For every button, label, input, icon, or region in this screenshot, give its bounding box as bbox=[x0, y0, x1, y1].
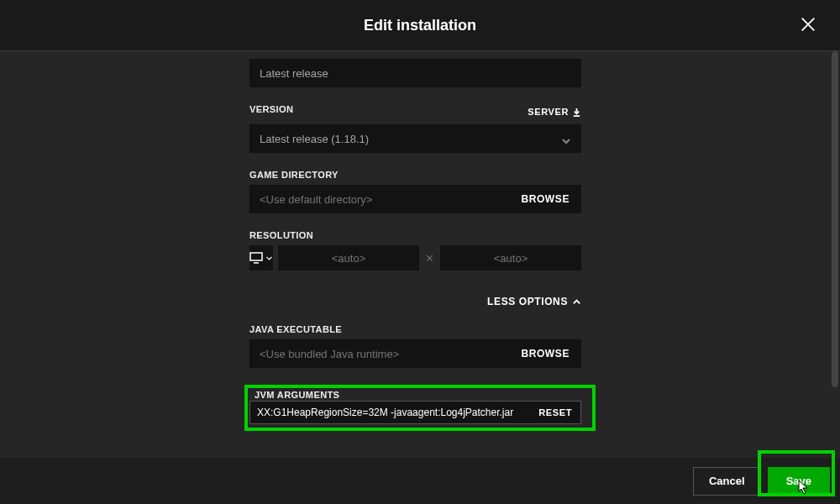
jvm-arguments-row: RESET bbox=[249, 401, 581, 424]
resolution-width-input[interactable] bbox=[278, 245, 419, 270]
less-options-label: LESS OPTIONS bbox=[487, 296, 568, 307]
cancel-button[interactable]: Cancel bbox=[693, 467, 761, 496]
close-icon bbox=[799, 15, 817, 34]
name-section bbox=[249, 59, 581, 87]
game-directory-input[interactable] bbox=[249, 185, 509, 213]
close-button[interactable] bbox=[799, 15, 819, 35]
game-directory-section: GAME DIRECTORY BROWSE bbox=[249, 170, 581, 213]
chevron-up-icon bbox=[572, 297, 581, 307]
resolution-separator: ✕ bbox=[424, 252, 435, 265]
reset-button[interactable]: RESET bbox=[530, 402, 580, 423]
edit-installation-modal: Edit installation VERSION SERVER bbox=[0, 0, 840, 504]
resolution-height-input[interactable] bbox=[440, 245, 581, 270]
scroll-area: VERSION SERVER GAME DIRECTORY bbox=[0, 59, 840, 385]
chevron-down-icon bbox=[265, 255, 273, 262]
browse-button[interactable]: BROWSE bbox=[509, 185, 581, 213]
save-button[interactable]: Save bbox=[768, 467, 830, 496]
svg-rect-2 bbox=[250, 253, 262, 260]
version-select[interactable] bbox=[249, 124, 581, 153]
resolution-label: RESOLUTION bbox=[249, 230, 581, 240]
version-section: VERSION SERVER bbox=[249, 104, 581, 153]
modal-title: Edit installation bbox=[364, 17, 476, 34]
jvm-arguments-input[interactable] bbox=[250, 402, 530, 423]
jvm-arguments-label: JVM ARGUMENTS bbox=[255, 390, 339, 400]
name-input[interactable] bbox=[249, 59, 581, 87]
browse-button[interactable]: BROWSE bbox=[509, 339, 581, 368]
footer: Cancel Save bbox=[0, 458, 840, 504]
monitor-icon bbox=[249, 252, 263, 264]
server-link[interactable]: SERVER bbox=[528, 107, 581, 117]
scroll-thumb[interactable] bbox=[832, 51, 838, 387]
form: VERSION SERVER GAME DIRECTORY bbox=[249, 59, 581, 368]
download-icon bbox=[572, 108, 581, 117]
less-options-toggle[interactable]: LESS OPTIONS bbox=[249, 296, 581, 307]
titlebar: Edit installation bbox=[0, 0, 840, 50]
version-value[interactable] bbox=[249, 124, 581, 153]
java-executable-input[interactable] bbox=[249, 339, 509, 368]
game-directory-label: GAME DIRECTORY bbox=[249, 170, 581, 180]
resolution-section: RESOLUTION ✕ bbox=[249, 230, 581, 270]
scrollbar[interactable] bbox=[830, 51, 840, 454]
content-area: VERSION SERVER GAME DIRECTORY bbox=[0, 50, 840, 458]
server-link-text: SERVER bbox=[528, 107, 569, 117]
version-label: VERSION bbox=[249, 104, 293, 114]
java-executable-section: JAVA EXECUTABLE BROWSE bbox=[249, 324, 581, 368]
aspect-ratio-select[interactable] bbox=[249, 245, 273, 270]
java-executable-label: JAVA EXECUTABLE bbox=[249, 324, 581, 334]
